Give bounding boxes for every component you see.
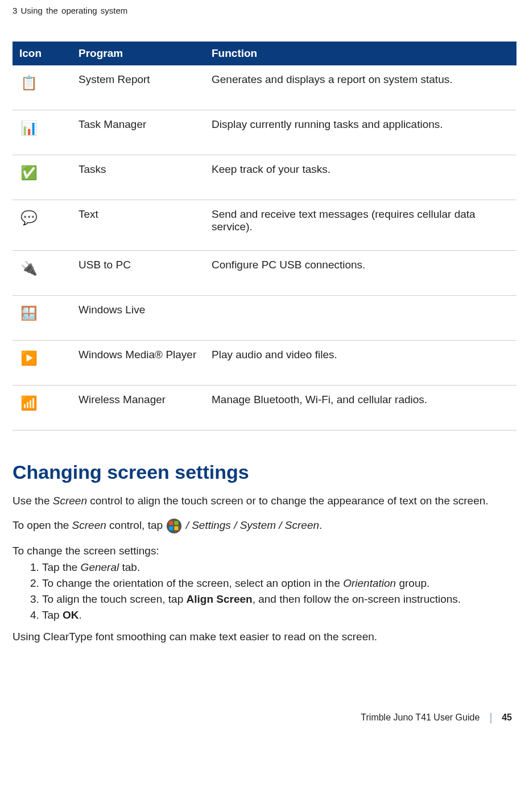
footer: Trimble Juno T41 User Guide 45 [13, 712, 516, 723]
program-function: Manage Bluetooth, Wi-Fi, and cellular ra… [205, 386, 516, 430]
program-function: Send and receive text messages (requires… [205, 200, 516, 251]
svg-rect-2 [175, 521, 179, 525]
icon-cell: 💬 [13, 200, 72, 251]
svg-point-0 [167, 519, 181, 533]
para-open-screen-control: To open the Screen control, tap / Settin… [13, 517, 516, 535]
table-row: 🪟Windows Live [13, 296, 516, 341]
text: Tap [42, 609, 63, 621]
text: Use the [13, 495, 53, 507]
footer-page-number: 45 [502, 712, 512, 722]
table-row: ▶️Windows Media® PlayerPlay audio and vi… [13, 341, 516, 386]
program-function: Play audio and video files. [205, 341, 516, 386]
wireless-manager-icon: 📶 [19, 393, 39, 413]
program-name: System Report [72, 65, 205, 110]
program-function: Generates and displays a report on syste… [205, 65, 516, 110]
col-icon-header: Icon [13, 42, 72, 65]
text-italic: General [81, 561, 119, 573]
footer-separator [490, 713, 491, 723]
media-player-icon: ▶️ [19, 349, 39, 368]
para-change-screen-settings: To change the screen settings: [13, 544, 516, 558]
col-function-header: Function [205, 42, 516, 65]
icon-cell: 📶 [13, 386, 72, 430]
text-bold: Align Screen [187, 593, 253, 605]
program-name: Windows Media® Player [72, 341, 205, 386]
svg-rect-1 [170, 521, 173, 525]
windows-live-icon: 🪟 [19, 304, 39, 323]
list-item: Tap the General tab. [42, 561, 516, 574]
section-heading: Changing screen settings [13, 461, 516, 483]
svg-rect-4 [175, 526, 179, 530]
table-row: 💬TextSend and receive text messages (req… [13, 200, 516, 251]
footer-guide-title: Trimble Juno T41 User Guide [361, 712, 480, 722]
text-icon: 💬 [19, 208, 39, 227]
program-name: Wireless Manager [72, 386, 205, 430]
program-table: Icon Program Function 📋System ReportGene… [13, 42, 516, 430]
program-name: USB to PC [72, 251, 205, 296]
steps-list: Tap the General tab. To change the orien… [13, 561, 516, 622]
program-name: Text [72, 200, 205, 251]
program-function: Configure PC USB connections. [205, 251, 516, 296]
program-function [205, 296, 516, 341]
col-program-header: Program [72, 42, 205, 65]
text-italic: Screen [53, 495, 87, 507]
icon-cell: ✅ [13, 155, 72, 200]
usb-to-pc-icon: 🔌 [19, 259, 39, 278]
text-bold: OK [63, 609, 79, 621]
para-screen-intro: Use the Screen control to align the touc… [13, 494, 516, 508]
icon-cell: ▶️ [13, 341, 72, 386]
running-head: 3 Using the operating system [13, 6, 516, 15]
windows-start-icon [166, 517, 183, 535]
table-row: 📋System ReportGenerates and displays a r… [13, 65, 516, 110]
text: group. [396, 577, 429, 589]
text: Tap the [42, 561, 81, 573]
icon-cell: 🔌 [13, 251, 72, 296]
para-cleartype: Using ClearType font smoothing can make … [13, 629, 516, 644]
text-italic: Orientation [343, 577, 396, 589]
list-item: Tap OK. [42, 609, 516, 622]
table-row: 📊Task ManagerDisplay currently running t… [13, 110, 516, 155]
text: tab. [119, 561, 140, 573]
table-row: 🔌USB to PCConfigure PC USB connections. [13, 251, 516, 296]
icon-cell: 🪟 [13, 296, 72, 341]
system-report-icon: 📋 [19, 73, 39, 93]
text: . [319, 519, 322, 531]
text: . [78, 609, 81, 621]
text: To change the orientation of the screen,… [42, 577, 343, 589]
icon-cell: 📊 [13, 110, 72, 155]
text: control, tap [106, 519, 166, 531]
program-function: Keep track of your tasks. [205, 155, 516, 200]
program-function: Display currently running tasks and appl… [205, 110, 516, 155]
text: , and then follow the on-screen instruct… [253, 593, 461, 605]
text-italic: Screen [72, 519, 106, 531]
program-name: Tasks [72, 155, 205, 200]
table-row: 📶Wireless ManagerManage Bluetooth, Wi-Fi… [13, 386, 516, 430]
task-manager-icon: 📊 [19, 118, 39, 138]
list-item: To change the orientation of the screen,… [42, 577, 516, 590]
text: To align the touch screen, tap [42, 593, 187, 605]
table-row: ✅TasksKeep track of your tasks. [13, 155, 516, 200]
svg-rect-3 [170, 526, 173, 530]
text-italic: / Settings / System / Screen [183, 519, 319, 531]
text: control to align the touch screen or to … [87, 495, 489, 507]
icon-cell: 📋 [13, 65, 72, 110]
program-name: Task Manager [72, 110, 205, 155]
program-name: Windows Live [72, 296, 205, 341]
text: To open the [13, 519, 72, 531]
tasks-icon: ✅ [19, 163, 39, 183]
list-item: To align the touch screen, tap Align Scr… [42, 593, 516, 606]
